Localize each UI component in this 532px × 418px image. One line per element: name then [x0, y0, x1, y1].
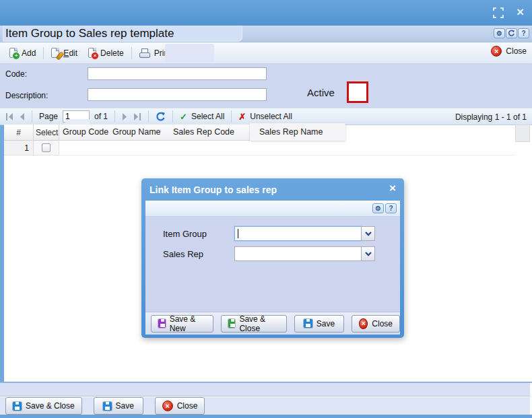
- x-icon: ✗: [238, 112, 246, 121]
- close-icon: ×: [359, 318, 368, 329]
- description-input[interactable]: [88, 88, 267, 101]
- next-page-icon: [122, 113, 128, 120]
- last-page-icon: [133, 113, 141, 120]
- dialog-title: Link Item Group to sales rep: [149, 184, 277, 195]
- dialog-close-icon[interactable]: ×: [389, 182, 396, 194]
- edit-label: Edit: [63, 48, 77, 58]
- page-count-label: of 1: [94, 112, 108, 121]
- last-page-button[interactable]: [133, 113, 141, 120]
- select-all-button[interactable]: ✓ Select All: [180, 112, 224, 121]
- header-form: Code: Description: Active: [0, 64, 532, 108]
- save-label: Save: [317, 319, 335, 328]
- save-icon: [158, 319, 166, 328]
- delete-icon: ×: [88, 48, 96, 58]
- prev-page-icon: [19, 113, 25, 120]
- toolbar-separator: [32, 110, 32, 123]
- page-fold: [93, 48, 96, 51]
- settings-button[interactable]: ⚙: [494, 28, 505, 38]
- row-number-cell: 1: [4, 141, 34, 155]
- item-group-input[interactable]: [234, 226, 361, 241]
- column-header-group-name[interactable]: Group Name: [112, 127, 161, 137]
- help-icon: ?: [521, 30, 525, 37]
- chevron-down-icon: [365, 252, 372, 256]
- column-header-group-code[interactable]: Group Code: [63, 127, 108, 137]
- close-label: Close: [177, 401, 198, 411]
- dialog-close-label: Close: [372, 319, 393, 328]
- refresh-button[interactable]: [506, 28, 517, 38]
- save-and-close-button[interactable]: Save & Close: [5, 397, 82, 415]
- bottom-spacer: [0, 383, 530, 396]
- first-page-icon: [5, 113, 14, 120]
- window-close-icon[interactable]: ×: [517, 5, 524, 20]
- close-label: Close: [506, 46, 527, 56]
- page-fold: [14, 48, 18, 51]
- plus-badge: +: [12, 52, 20, 60]
- dialog-help-button[interactable]: ?: [385, 203, 397, 213]
- close-icon: ×: [491, 46, 502, 57]
- main-toolbar: + Add Edit × Delete Print × Close: [0, 42, 532, 64]
- sales-rep-dropdown-trigger[interactable]: [361, 246, 375, 261]
- save-button[interactable]: Save: [94, 397, 143, 415]
- window-titlebar: Item Group to Sales rep template ⚙ ?: [0, 26, 532, 42]
- save-and-close-button[interactable]: Save & Close: [221, 315, 287, 333]
- active-checkbox[interactable]: [347, 81, 368, 103]
- row-divider: [59, 155, 515, 155]
- save-button[interactable]: Save: [294, 315, 344, 333]
- next-page-button[interactable]: [122, 113, 128, 120]
- toolbar-separator: [43, 47, 44, 59]
- save-and-close-label: Save & Close: [26, 401, 75, 411]
- refresh-icon: [508, 30, 515, 37]
- save-and-new-label: Save & New: [170, 314, 206, 333]
- delete-button[interactable]: × Delete: [83, 46, 129, 60]
- item-group-combobox[interactable]: [234, 226, 375, 241]
- help-icon: ?: [389, 205, 393, 212]
- sales-rep-label: Sales Rep: [163, 249, 203, 259]
- toolbar-separator: [131, 47, 132, 59]
- sales-rep-combobox[interactable]: [234, 246, 375, 261]
- gear-icon: ⚙: [375, 205, 381, 212]
- item-group-dropdown-trigger[interactable]: [361, 226, 375, 241]
- description-label: Description:: [5, 91, 48, 100]
- add-icon: +: [9, 48, 18, 58]
- refresh-grid-button[interactable]: [156, 112, 166, 122]
- expand-icon[interactable]: [493, 7, 504, 18]
- dialog-settings-button[interactable]: ⚙: [372, 203, 384, 213]
- code-input[interactable]: [88, 67, 267, 80]
- active-label: Active: [307, 87, 335, 98]
- dialog-close-button[interactable]: × Close: [352, 315, 400, 333]
- printer-body: [139, 53, 150, 58]
- sales-rep-input[interactable]: [234, 246, 361, 261]
- save-icon: [304, 319, 312, 328]
- column-header-sales-rep-name[interactable]: Sales Rep Name: [250, 123, 345, 141]
- table-row-select-cell: [34, 141, 59, 155]
- window-top-bar: ×: [0, 0, 532, 26]
- column-header-sales-rep-code[interactable]: Sales Rep Code: [173, 127, 234, 137]
- displaying-status: Displaying 1 - 1 of 1: [455, 112, 527, 122]
- gear-icon: ⚙: [496, 30, 502, 37]
- scrollbar-corner: [515, 125, 530, 142]
- prev-page-button[interactable]: [19, 113, 25, 120]
- edit-button[interactable]: Edit: [46, 46, 83, 60]
- toolbar-separator: [114, 110, 115, 123]
- unselect-all-label: Unselect All: [250, 112, 292, 121]
- x-badge: ×: [91, 52, 99, 60]
- refresh-icon: [156, 112, 166, 122]
- unselect-all-button[interactable]: ✗ Unselect All: [238, 112, 292, 121]
- column-header-select[interactable]: Select: [34, 125, 59, 141]
- save-icon: [13, 402, 22, 411]
- close-button[interactable]: × Close: [491, 46, 527, 57]
- text-cursor: [238, 229, 238, 238]
- dialog-footer: Save & New Save & Close Save × Close: [145, 312, 400, 335]
- column-header-number[interactable]: #: [4, 125, 34, 141]
- print-icon: [139, 48, 150, 58]
- check-icon: ✓: [180, 112, 187, 121]
- close-button[interactable]: × Close: [155, 397, 205, 415]
- add-button[interactable]: + Add: [4, 46, 41, 60]
- link-item-group-dialog: Link Item Group to sales rep × ⚙ ? Item …: [141, 178, 404, 338]
- first-page-button[interactable]: [5, 113, 14, 120]
- toolbar-separator: [172, 110, 173, 123]
- help-button[interactable]: ?: [518, 28, 529, 38]
- row-select-checkbox[interactable]: [42, 143, 51, 152]
- dialog-toolbar: ⚙ ?: [145, 201, 400, 217]
- save-and-new-button[interactable]: Save & New: [151, 315, 213, 333]
